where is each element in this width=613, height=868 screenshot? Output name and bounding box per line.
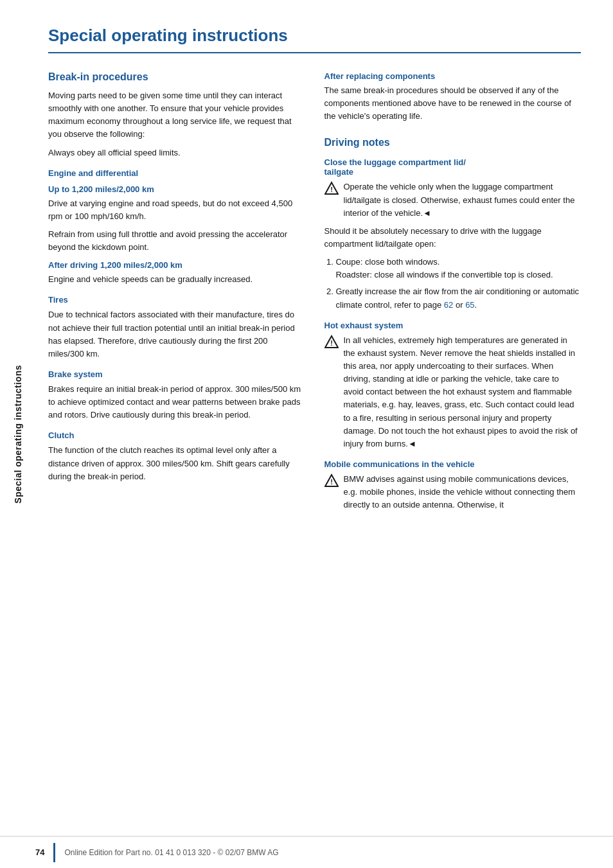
mobile-warning-block: ! BMW advises against using mobile commu… [324, 473, 582, 511]
engine-heading: Engine and differential [48, 168, 305, 178]
upto-body1: Drive at varying engine and road speeds,… [48, 197, 305, 223]
sidebar: Special operating instructions [0, 0, 35, 868]
clutch-body: The function of the clutch reaches its o… [48, 444, 305, 483]
close-luggage-warning-block: ! Operate the vehicle only when the lugg… [324, 181, 582, 219]
warning-icon-exhaust: ! [324, 335, 339, 349]
list-item-1-sub: Roadster: close all windows if the conve… [336, 269, 582, 281]
after-body: Engine and vehicle speeds can be gradual… [48, 273, 305, 286]
left-column: Break-in procedures Moving parts need to… [48, 71, 305, 517]
page-number: 74 [35, 847, 44, 857]
footer: 74 Online Edition for Part no. 01 41 0 0… [0, 836, 613, 868]
list-item-2: Greatly increase the air flow from the a… [336, 285, 582, 311]
sidebar-text: Special operating instructions [13, 365, 23, 504]
tires-body: Due to technical factors associated with… [48, 308, 305, 360]
break-in-heading: Break-in procedures [48, 71, 305, 83]
hot-exhaust-warning-block: ! In all vehicles, extremely high temper… [324, 334, 582, 450]
right-column: After replacing components The same brea… [324, 71, 582, 517]
close-luggage-heading: Close the luggage compartment lid/tailga… [324, 157, 582, 177]
main-content: Special operating instructions Break-in … [35, 0, 613, 868]
two-col-layout: Break-in procedures Moving parts need to… [48, 71, 581, 517]
break-in-body: Moving parts need to be given some time … [48, 89, 305, 141]
hot-exhaust-warning-text: In all vehicles, extremely high temperat… [344, 334, 582, 450]
svg-text:!: ! [330, 186, 333, 193]
after-replacing-body: The same break-in procedures should be o… [324, 84, 582, 123]
close-luggage-body: Should it be absolutely necessary to dri… [324, 225, 582, 251]
brake-heading: Brake system [48, 369, 305, 379]
upto-body2: Refrain from using full throttle and avo… [48, 228, 305, 254]
driving-notes-heading: Driving notes [324, 137, 582, 148]
svg-text:!: ! [330, 339, 333, 347]
mobile-warning-text: BMW advises against using mobile communi… [344, 473, 582, 511]
list-item-1: Coupe: close both windows. Roadster: clo… [336, 256, 582, 281]
warning-icon-luggage: ! [324, 181, 339, 195]
hot-exhaust-heading: Hot exhaust system [324, 321, 582, 330]
link-62[interactable]: 62 [444, 300, 453, 310]
after-heading: After driving 1,200 miles/2,000 km [48, 260, 305, 270]
after-replacing-heading: After replacing components [324, 71, 582, 81]
sidebar-label: Special operating instructions [0, 0, 35, 868]
warning-icon-mobile: ! [324, 474, 339, 488]
luggage-open-list: Coupe: close both windows. Roadster: clo… [324, 256, 582, 312]
svg-text:!: ! [330, 478, 333, 486]
footer-divider [53, 843, 55, 862]
page-wrapper: Special operating instructions Special o… [0, 0, 613, 868]
close-luggage-warning-text: Operate the vehicle only when the luggag… [344, 181, 582, 219]
list-item-1-main: Coupe: close both windows. [336, 257, 440, 267]
list-item-2-text: Greatly increase the air flow from the a… [336, 287, 580, 309]
clutch-heading: Clutch [48, 430, 305, 440]
footer-text: Online Edition for Part no. 01 41 0 013 … [64, 848, 278, 857]
page-title: Special operating instructions [48, 26, 581, 53]
link-65[interactable]: 65 [465, 300, 474, 310]
mobile-heading: Mobile communications in the vehicle [324, 459, 582, 469]
upto-heading: Up to 1,200 miles/2,000 km [48, 184, 305, 194]
break-in-speed: Always obey all official speed limits. [48, 146, 305, 159]
brake-body: Brakes require an initial break-in perio… [48, 383, 305, 421]
tires-heading: Tires [48, 295, 305, 305]
